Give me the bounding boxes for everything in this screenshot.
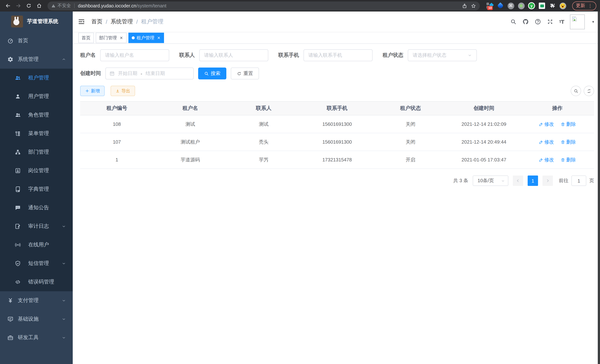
- close-icon[interactable]: [157, 36, 161, 40]
- reload-icon[interactable]: [25, 2, 33, 10]
- sidebar-item-短信管理[interactable]: 短信管理: [0, 254, 73, 273]
- close-icon: [120, 36, 123, 40]
- sidebar-item-角色管理[interactable]: 角色管理: [0, 106, 73, 124]
- delete-link[interactable]: 删除: [561, 139, 576, 145]
- sidebar-item-在线用户[interactable]: 在线用户: [0, 236, 73, 254]
- sidebar-item-审计日志[interactable]: 审计日志: [0, 217, 73, 236]
- goto-page-input[interactable]: 1: [572, 176, 586, 186]
- cell-actions: 修改删除: [521, 115, 594, 133]
- sidebar-collapse-icon[interactable]: [78, 18, 85, 25]
- reset-button[interactable]: 重置: [231, 67, 259, 79]
- pagination-total: 共 3 条: [453, 177, 468, 184]
- status-select[interactable]: 请选择租户状态: [408, 49, 477, 61]
- extension-icon-yuque[interactable]: y: [528, 2, 535, 9]
- fullscreen-icon[interactable]: [547, 19, 553, 25]
- sidebar-item-用户管理[interactable]: 用户管理: [0, 87, 73, 106]
- text-input[interactable]: 请输入联系手机: [303, 49, 373, 61]
- back-icon[interactable]: [4, 2, 12, 10]
- close-icon[interactable]: [120, 36, 123, 40]
- avatar-dropdown-caret-icon[interactable]: ▼: [591, 20, 595, 24]
- extension-icon-green-dot[interactable]: [518, 2, 525, 9]
- end-date-placeholder[interactable]: 结束日期: [146, 70, 165, 77]
- breadcrumb-home[interactable]: 首页: [91, 18, 103, 25]
- cell-created: 2021-12-14 20:49:44: [447, 133, 521, 151]
- sidebar-item-部门管理[interactable]: 部门管理: [0, 143, 73, 161]
- sidebar-item-基础设施[interactable]: 基础设施: [0, 310, 73, 328]
- page-size-select[interactable]: 10条/页: [473, 176, 508, 186]
- edit-icon: [539, 140, 543, 144]
- sidebar-item-label: 首页: [18, 37, 28, 44]
- sidebar-item-label: 在线用户: [28, 242, 49, 248]
- chevron-down-icon: [62, 261, 66, 266]
- field-label: 租户名: [80, 52, 96, 59]
- sidebar-item-租户管理[interactable]: 租户管理: [0, 69, 73, 87]
- next-page-button[interactable]: [543, 176, 553, 186]
- cell-mobile: 15601691300: [300, 115, 374, 133]
- filter-row-1: 租户名请输入租户名联系人请输入联系人联系手机请输入联系手机租户状态请选择租户状态: [80, 49, 594, 61]
- export-button[interactable]: 导出: [111, 86, 135, 96]
- delete-link[interactable]: 删除: [561, 121, 576, 127]
- address-bar[interactable]: 不安全 dashboard.yudao.iocoder.cn/system/te…: [47, 1, 480, 10]
- user-avatar[interactable]: [570, 14, 585, 29]
- search-button[interactable]: 搜索: [198, 67, 226, 79]
- tag-租户管理[interactable]: 租户管理: [128, 33, 164, 43]
- extensions-puzzle-icon[interactable]: [549, 2, 556, 9]
- tag-label: 首页: [82, 35, 91, 41]
- start-date-placeholder[interactable]: 开始日期: [118, 70, 137, 77]
- forward-icon[interactable]: [14, 2, 22, 10]
- help-icon[interactable]: [535, 19, 541, 25]
- bookmark-star-icon[interactable]: [471, 3, 476, 8]
- font-size-icon[interactable]: TT: [559, 19, 564, 25]
- header-search-icon[interactable]: [510, 19, 516, 25]
- sidebar-item-错误码管理[interactable]: 错误码管理: [0, 273, 73, 291]
- edit-link[interactable]: 修改: [539, 156, 554, 163]
- browser-update-button[interactable]: 更新 ⋮: [572, 1, 596, 10]
- sidebar-item-label: 菜单管理: [28, 130, 49, 137]
- github-icon[interactable]: [523, 19, 529, 25]
- sidebar-item-首页[interactable]: 首页: [0, 32, 73, 50]
- browser-menu-icon[interactable]: ⋮: [588, 3, 593, 9]
- extension-icon-1[interactable]: 10: [487, 2, 494, 9]
- gear-icon: [7, 56, 13, 62]
- cell-mobile: 15601691300: [300, 133, 374, 151]
- prev-page-button[interactable]: [513, 176, 523, 186]
- page-number-1[interactable]: 1: [528, 176, 538, 186]
- text-input[interactable]: 请输入联系人: [199, 49, 268, 61]
- tag-首页[interactable]: 首页: [78, 33, 94, 43]
- show-search-toggle-button[interactable]: [571, 86, 581, 96]
- add-button[interactable]: 新增: [80, 86, 105, 96]
- post-badge-icon: [15, 168, 21, 174]
- sidebar-item-菜单管理[interactable]: 菜单管理: [0, 124, 73, 143]
- edit-link[interactable]: 修改: [539, 121, 554, 127]
- extension-icon-command[interactable]: ⌘: [507, 2, 514, 9]
- tag-部门管理[interactable]: 部门管理: [96, 33, 127, 43]
- browser-window: 不安全 dashboard.yudao.iocoder.cn/system/te…: [0, 0, 600, 364]
- sidebar-item-通知公告[interactable]: 通知公告: [0, 198, 73, 217]
- extension-icon-kite[interactable]: [497, 2, 504, 9]
- sidebar-item-支付管理[interactable]: 支付管理: [0, 291, 73, 310]
- sidebar-item-系统管理[interactable]: 系统管理: [0, 50, 73, 69]
- edit-link[interactable]: 修改: [539, 139, 554, 145]
- delete-link[interactable]: 删除: [561, 156, 576, 163]
- text-input[interactable]: 请输入租户名: [100, 49, 169, 61]
- sidebar-item-字典管理[interactable]: 字典管理: [0, 180, 73, 198]
- breadcrumb: 首页 / 系统管理 / 租户管理: [91, 18, 163, 25]
- trash-icon: [561, 140, 565, 144]
- create-time-range-picker[interactable]: 开始日期 - 结束日期: [105, 67, 194, 79]
- omnibox-divider: [74, 3, 75, 8]
- create-time-label: 创建时间: [80, 70, 101, 77]
- breadcrumb-system[interactable]: 系统管理: [111, 18, 133, 25]
- sidebar-item-岗位管理[interactable]: 岗位管理: [0, 161, 73, 180]
- cell-actions: 修改删除: [521, 151, 594, 169]
- goto-label: 前往: [559, 177, 568, 184]
- extension-icon-chat[interactable]: [538, 2, 545, 9]
- refresh-icon: [237, 71, 242, 76]
- plus-icon: [85, 89, 89, 93]
- extension-icon-emoji[interactable]: [559, 2, 566, 9]
- refresh-table-button[interactable]: [584, 86, 594, 96]
- home-icon[interactable]: [35, 2, 43, 10]
- security-status[interactable]: 不安全: [51, 3, 71, 9]
- share-icon[interactable]: [462, 3, 467, 8]
- sidebar-item-研发工具[interactable]: 研发工具: [0, 328, 73, 347]
- app-logo-bar[interactable]: 芋道管理系统: [0, 11, 73, 32]
